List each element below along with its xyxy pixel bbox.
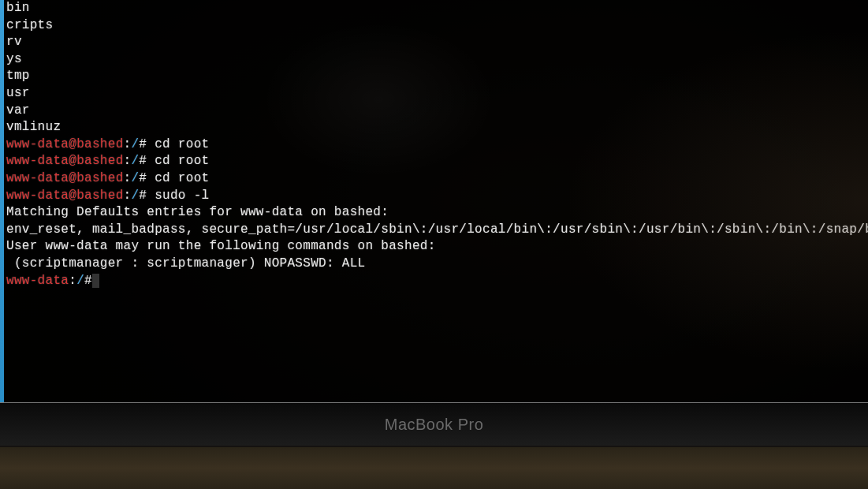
ls-output-line: bin: [6, 0, 862, 17]
ls-output-line: ys: [6, 51, 862, 69]
command-text: cd root: [147, 137, 209, 151]
prompt-path: /: [76, 274, 84, 288]
prompt-user: www-data: [6, 274, 69, 288]
prompt-hash: #: [139, 189, 147, 203]
prompt-user: www-data: [6, 171, 69, 185]
prompt-host: bashed: [76, 189, 123, 203]
ls-output-line: vmlinuz: [6, 119, 862, 136]
ls-output-line: usr: [6, 85, 862, 103]
ls-output-line: rv: [6, 34, 862, 51]
ls-output-line: tmp: [6, 68, 862, 85]
prompt-at: @: [69, 137, 76, 151]
prompt-user: www-data: [6, 189, 69, 203]
ls-output-line: cripts: [6, 17, 862, 35]
prompt-path: /: [131, 189, 139, 203]
prompt-hash: #: [139, 171, 147, 185]
left-edge-strip: [0, 0, 4, 402]
command-text: sudo -l: [147, 189, 209, 203]
laptop-bezel: MacBook Pro: [0, 402, 868, 446]
prompt-sep: :: [124, 137, 132, 151]
prompt-user: www-data: [6, 137, 69, 151]
prompt-sep: :: [124, 171, 132, 185]
prompt-at: @: [69, 171, 76, 185]
prompt-hash: #: [84, 274, 92, 288]
prompt-host: bashed: [76, 171, 123, 185]
prompt-at: @: [69, 154, 76, 168]
prompt-path: /: [131, 137, 139, 151]
prompt-sep: :: [124, 189, 132, 203]
command-text: cd root: [147, 171, 209, 185]
prompt-line: www-data@bashed:/# cd root: [6, 153, 862, 170]
ls-output-line: var: [6, 103, 862, 120]
prompt-sep: :: [69, 274, 76, 288]
prompt-host: bashed: [76, 137, 123, 151]
prompt-path: /: [131, 154, 139, 168]
sudo-output-line: (scriptmanager : scriptmanager) NOPASSWD…: [6, 256, 862, 273]
prompt-hash: #: [139, 154, 147, 168]
prompt-hash: #: [139, 137, 147, 151]
sudo-output-line: env_reset, mail_badpass, secure_path=/us…: [6, 222, 862, 239]
sudo-output-line: Matching Defaults entries for www-data o…: [6, 204, 862, 222]
prompt-user: www-data: [6, 154, 69, 168]
sudo-output-line: User www-data may run the following comm…: [6, 238, 862, 256]
prompt-line: www-data@bashed:/# cd root: [6, 170, 862, 188]
prompt-line: www-data@bashed:/# cd root: [6, 136, 862, 154]
prompt-line: www-data@bashed:/# sudo -l: [6, 188, 862, 205]
terminal-window[interactable]: bin cripts rv ys tmp usr var vmlinuz www…: [0, 0, 868, 402]
prompt-at: @: [69, 189, 76, 203]
prompt-host: bashed: [76, 154, 123, 168]
desk-surface: [0, 446, 868, 489]
command-text: cd root: [147, 154, 209, 168]
prompt-sep: :: [124, 154, 132, 168]
device-brand-label: MacBook Pro: [385, 416, 484, 434]
current-prompt-line[interactable]: www-data:/#: [6, 273, 862, 290]
prompt-path: /: [131, 171, 139, 185]
text-cursor-icon: [92, 274, 99, 288]
